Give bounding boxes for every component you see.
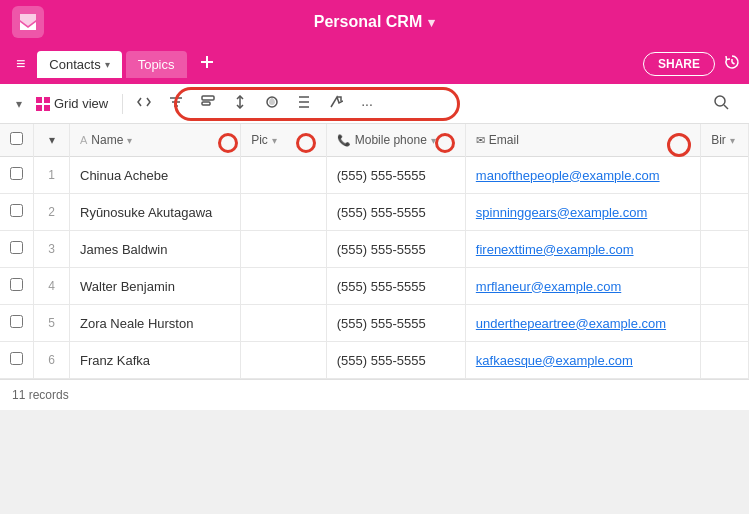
row-checkbox-cell[interactable] [0, 157, 34, 194]
code-icon-button[interactable] [129, 90, 159, 117]
row-checkbox[interactable] [10, 315, 23, 328]
view-collapse-button[interactable]: ▾ [12, 93, 26, 115]
add-tab-button[interactable] [191, 50, 223, 78]
table-row: 1 Chinua Achebe (555) 555-5555 manofthep… [0, 157, 749, 194]
row-number: 4 [34, 268, 70, 305]
col-header-phone[interactable]: 📞 Mobile phone ▾ [326, 124, 465, 157]
contact-phone: (555) 555-5555 [326, 268, 465, 305]
row-number: 3 [34, 231, 70, 268]
svg-rect-14 [202, 96, 214, 100]
contact-pic [241, 268, 327, 305]
color-icon-button[interactable] [257, 90, 287, 117]
table-footer: 11 records [0, 379, 749, 410]
col-header-email[interactable]: ✉ Email [465, 124, 700, 157]
svg-rect-9 [36, 105, 42, 111]
row-checkbox[interactable] [10, 278, 23, 291]
table-row: 2 Ryūnosuke Akutagawa (555) 555-5555 spi… [0, 194, 749, 231]
row-number: 6 [34, 342, 70, 379]
tabs-toolbar: ≡ Contacts ▾ Topics SHARE [0, 44, 749, 84]
row-checkbox-cell[interactable] [0, 342, 34, 379]
row-checkbox-cell[interactable] [0, 194, 34, 231]
svg-rect-15 [202, 102, 210, 105]
row-number: 2 [34, 194, 70, 231]
contact-email[interactable]: kafkaesque@example.com [465, 342, 700, 379]
row-checkbox[interactable] [10, 352, 23, 365]
table-row: 3 James Baldwin (555) 555-5555 firenextt… [0, 231, 749, 268]
hamburger-button[interactable]: ≡ [8, 51, 33, 77]
sort-icon-button[interactable] [225, 90, 255, 117]
phone-col-dropdown[interactable]: ▾ [431, 135, 436, 146]
more-icon-button[interactable]: ··· [353, 91, 381, 117]
contact-name: Ryūnosuke Akutagawa [70, 194, 241, 231]
contact-birt [701, 268, 749, 305]
contact-pic [241, 194, 327, 231]
birt-col-dropdown[interactable]: ▾ [730, 135, 735, 146]
contacts-table-container: ▾ A Name ▾ Pic ▾ 📞 [0, 124, 749, 379]
contact-email[interactable]: mrflaneur@example.com [465, 268, 700, 305]
contact-phone: (555) 555-5555 [326, 342, 465, 379]
contacts-chevron-icon: ▾ [105, 59, 110, 70]
title-chevron-icon: ▾ [428, 15, 435, 30]
col-header-rownum: ▾ [34, 124, 70, 157]
table-header-row: ▾ A Name ▾ Pic ▾ 📞 [0, 124, 749, 157]
contact-birt [701, 342, 749, 379]
app-logo[interactable] [12, 6, 44, 38]
contact-name: James Baldwin [70, 231, 241, 268]
contact-email[interactable]: manofthepeople@example.com [465, 157, 700, 194]
tab-topics[interactable]: Topics [126, 51, 187, 78]
contact-phone: (555) 555-5555 [326, 305, 465, 342]
search-button[interactable] [706, 91, 737, 117]
svg-line-22 [724, 105, 728, 109]
row-number: 1 [34, 157, 70, 194]
table-row: 4 Walter Benjamin (555) 555-5555 mrflane… [0, 268, 749, 305]
contact-name: Chinua Achebe [70, 157, 241, 194]
row-checkbox-cell[interactable] [0, 231, 34, 268]
select-all-checkbox[interactable] [10, 132, 23, 145]
toolbar-divider [122, 94, 123, 114]
contacts-table: ▾ A Name ▾ Pic ▾ 📞 [0, 124, 749, 379]
share-view-icon-button[interactable] [321, 90, 351, 117]
row-checkbox-cell[interactable] [0, 268, 34, 305]
history-button[interactable] [723, 53, 741, 75]
group-icon-button[interactable] [193, 90, 223, 117]
app-header: Personal CRM ▾ [0, 0, 749, 44]
name-col-dropdown[interactable]: ▾ [127, 135, 132, 146]
contact-birt [701, 194, 749, 231]
row-checkbox[interactable] [10, 204, 23, 217]
row-height-icon-button[interactable] [289, 90, 319, 117]
contact-birt [701, 157, 749, 194]
grid-view-text: Grid view [54, 96, 108, 111]
svg-line-6 [732, 63, 735, 65]
col-header-birt[interactable]: Bir ▾ [701, 124, 749, 157]
share-button[interactable]: SHARE [643, 52, 715, 76]
row-number: 5 [34, 305, 70, 342]
contact-birt [701, 305, 749, 342]
filter-icon-button[interactable] [161, 90, 191, 117]
contact-pic [241, 305, 327, 342]
row-checkbox[interactable] [10, 241, 23, 254]
col-header-checkbox[interactable] [0, 124, 34, 157]
app-title[interactable]: Personal CRM ▾ [314, 13, 435, 31]
svg-rect-7 [36, 97, 42, 103]
contact-email[interactable]: underthepeartree@example.com [465, 305, 700, 342]
view-toolbar-wrapper: ▾ Grid view [0, 84, 749, 124]
table-row: 6 Franz Kafka (555) 555-5555 kafkaesque@… [0, 342, 749, 379]
col-header-name[interactable]: A Name ▾ [70, 124, 241, 157]
contact-email[interactable]: spinninggears@example.com [465, 194, 700, 231]
contact-name: Walter Benjamin [70, 268, 241, 305]
row-checkbox[interactable] [10, 167, 23, 180]
view-toolbar: ▾ Grid view [0, 84, 749, 124]
grid-view-label[interactable]: Grid view [28, 92, 116, 115]
svg-rect-8 [44, 97, 50, 103]
row-checkbox-cell[interactable] [0, 305, 34, 342]
contact-phone: (555) 555-5555 [326, 157, 465, 194]
contact-pic [241, 157, 327, 194]
col-header-pic[interactable]: Pic ▾ [241, 124, 327, 157]
contact-phone: (555) 555-5555 [326, 194, 465, 231]
tab-contacts[interactable]: Contacts ▾ [37, 51, 121, 78]
svg-rect-10 [44, 105, 50, 111]
contact-email[interactable]: firenexttime@example.com [465, 231, 700, 268]
contact-name: Zora Neale Hurston [70, 305, 241, 342]
pic-col-dropdown[interactable]: ▾ [272, 135, 277, 146]
svg-rect-4 [201, 61, 213, 63]
